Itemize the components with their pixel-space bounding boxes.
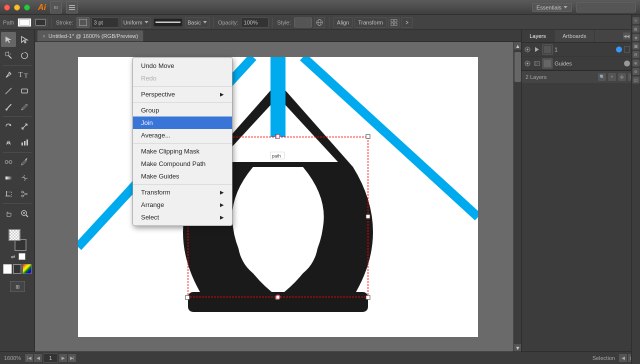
zoom-tool-button[interactable] <box>17 206 32 221</box>
prev-page-button[interactable]: ◀ <box>34 354 42 362</box>
svg-point-20 <box>6 108 8 110</box>
crop-tool-button[interactable] <box>1 186 16 202</box>
eyedropper-tool-button[interactable] <box>17 154 32 170</box>
panel-icon-6[interactable]: ⊕ <box>632 60 640 66</box>
panel-icon-4[interactable]: ▦ <box>632 42 640 50</box>
vertical-scrollbar[interactable]: ▲ ▼ <box>514 42 521 352</box>
layer-expand-guides[interactable]: ▷ <box>534 60 540 67</box>
fill-color-swatch[interactable] <box>8 229 20 241</box>
warp-tool-button[interactable] <box>1 135 16 150</box>
menu-item-make-compound-path[interactable]: Make Compound Path <box>133 158 232 170</box>
hand-tool-button[interactable] <box>1 206 16 221</box>
transform-button[interactable]: Transform <box>354 17 386 28</box>
chevron-right-icon-btn[interactable] <box>402 17 412 28</box>
rotate-tool-button[interactable] <box>1 119 16 134</box>
mesh-tool-button[interactable] <box>17 170 32 186</box>
default-colors-button[interactable] <box>18 253 26 260</box>
menu-item-undo-move[interactable]: Undo Move <box>133 60 232 72</box>
scale-tool-button[interactable] <box>17 119 32 134</box>
svg-rect-6 <box>391 20 394 22</box>
canvas-mode-button[interactable]: ⊞ <box>10 281 25 292</box>
search-input[interactable] <box>576 2 636 12</box>
line-tool-button[interactable] <box>1 84 16 98</box>
new-sublayer-icon[interactable]: + <box>608 73 616 81</box>
direct-select-tool-button[interactable] <box>17 32 32 47</box>
artboards-tab[interactable]: Artboards <box>554 30 595 42</box>
graph-tool-button[interactable] <box>17 135 32 150</box>
globe-icon-btn[interactable] <box>314 17 325 28</box>
menu-item-make-clipping-mask[interactable]: Make Clipping Mask <box>133 145 232 158</box>
panel-icon-3[interactable]: ◈ <box>632 34 640 41</box>
menu-item-perspective[interactable]: Perspective▶ <box>133 88 232 100</box>
find-layers-icon[interactable]: 🔍 <box>598 73 606 81</box>
panel-icon-8[interactable]: ◫ <box>632 76 640 84</box>
fill-swatch[interactable] <box>18 18 32 27</box>
scroll-down-button[interactable]: ▼ <box>514 344 521 352</box>
layers-tab[interactable]: Layers <box>522 30 554 42</box>
layer-expand-1[interactable] <box>534 46 540 53</box>
menu-item-average[interactable]: Average... <box>133 129 232 142</box>
align-button[interactable]: Align <box>334 17 352 28</box>
panel-icon-7[interactable]: ⊘ <box>632 68 640 75</box>
scroll-thumb[interactable] <box>514 52 521 82</box>
stroke-uniform-dropdown[interactable]: Uniform <box>121 17 152 28</box>
lasso-tool-button[interactable] <box>17 48 32 63</box>
panel-icon-5[interactable]: ⊟ <box>632 51 640 58</box>
panel-icon-1[interactable]: ≡ <box>632 17 640 24</box>
first-page-button[interactable]: |◀ <box>25 354 33 362</box>
scissors-tool-button[interactable] <box>17 186 32 202</box>
page-number-input[interactable] <box>43 354 58 362</box>
pen-tool-button[interactable] <box>1 68 16 82</box>
arrange-icon-btn[interactable] <box>388 17 400 28</box>
menu-item-arrange[interactable]: Arrange▶ <box>133 198 232 211</box>
layer-row-1[interactable]: 1 <box>522 42 640 56</box>
stroke-color-indicator[interactable] <box>76 17 90 28</box>
menu-item-label-perspective: Perspective <box>141 90 220 98</box>
maximize-button[interactable] <box>24 4 30 10</box>
menu-item-label-average: Average... <box>141 132 224 139</box>
workspace-button[interactable]: Essentials <box>532 3 572 12</box>
selection-tool-button[interactable] <box>1 32 16 47</box>
stroke-mode-button[interactable] <box>13 264 22 274</box>
panel-icon-2[interactable]: ⊞ <box>632 26 640 32</box>
layer-lock-1[interactable] <box>624 46 630 52</box>
layer-vis-icon-guides[interactable] <box>524 60 532 68</box>
stroke-swatch[interactable] <box>34 18 48 27</box>
type-tool-button[interactable]: T T <box>17 68 32 82</box>
gradient-tool-button[interactable] <box>1 170 16 186</box>
stroke-value-input[interactable] <box>92 18 119 28</box>
blend-tool-button[interactable] <box>1 154 16 170</box>
shape-tool-button[interactable] <box>17 84 32 98</box>
menu-item-select[interactable]: Select▶ <box>133 211 232 224</box>
menu-item-group[interactable]: Group <box>133 104 232 116</box>
style-swatch[interactable] <box>294 18 312 28</box>
tab-close-icon[interactable]: × <box>42 34 46 39</box>
bridge-button[interactable]: Br <box>50 2 62 14</box>
swap-colors-button[interactable]: ⇄ <box>10 253 16 260</box>
opacity-input[interactable] <box>241 18 268 28</box>
menu-item-make-guides[interactable]: Make Guides <box>133 170 232 182</box>
panel-expand-icon[interactable]: ◀◀ <box>623 32 630 40</box>
menu-item-label-join: Join <box>141 119 224 126</box>
gradient-mode-button[interactable] <box>22 264 32 274</box>
scroll-up-button[interactable]: ▲ <box>514 42 521 50</box>
view-button[interactable] <box>66 2 78 14</box>
fill-mode-button[interactable] <box>3 264 12 274</box>
layer-row-guides[interactable]: ▷ Guides <box>522 56 640 70</box>
main-area: T T <box>0 30 640 352</box>
paintbrush-tool-button[interactable] <box>1 100 16 114</box>
last-page-button[interactable]: ▶| <box>68 354 76 362</box>
new-layer-icon[interactable]: ⊕ <box>618 73 626 81</box>
prev-artboard-button[interactable]: ◀ <box>619 354 627 362</box>
pencil-tool-button[interactable] <box>17 100 32 114</box>
next-page-button[interactable]: ▶ <box>59 354 67 362</box>
menu-item-transform[interactable]: Transform▶ <box>133 186 232 198</box>
layer-vis-icon-1[interactable] <box>524 46 532 54</box>
menu-item-join[interactable]: Join <box>133 116 232 129</box>
stroke-type-dropdown[interactable]: Basic <box>185 17 210 28</box>
minimize-button[interactable] <box>14 4 20 10</box>
tool-name: Selection <box>592 355 615 361</box>
close-button[interactable] <box>4 4 10 10</box>
document-tab[interactable]: × Untitled-1* @ 1600% (RGB/Preview) <box>37 30 144 42</box>
magic-wand-tool-button[interactable] <box>1 48 16 63</box>
